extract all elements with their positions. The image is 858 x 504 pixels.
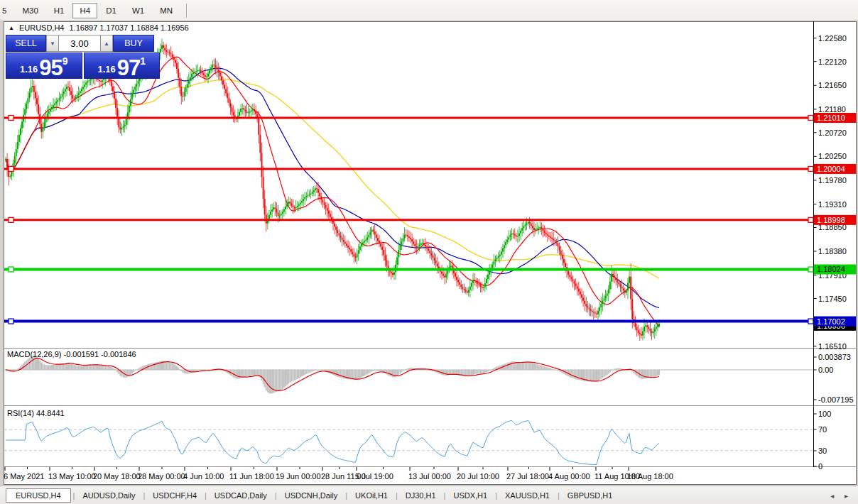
chart-tab-usdchf[interactable]: USDCHF,H4: [146, 489, 204, 502]
buy-price-pip: 1: [140, 55, 146, 67]
chart-tab-ukoil[interactable]: UKOil,H1: [348, 489, 395, 502]
time-axis-label: 20 May 18:00: [93, 472, 141, 481]
chart-tab-usdcad[interactable]: USDCAD,Daily: [207, 489, 274, 502]
price-axis-label: 1.21650: [818, 81, 847, 89]
volume-input[interactable]: [59, 35, 100, 52]
time-axis-label: 18 Aug 18:00: [627, 472, 673, 481]
hline-price-text: 1.17002: [817, 317, 845, 326]
timeframe-button-m30[interactable]: M30: [15, 3, 45, 18]
time-axis-label: 5 Jul 19:00: [355, 472, 393, 481]
chart-title: ▲EURUSD,H41.16897 1.17037 1.16884 1.1695…: [9, 23, 189, 32]
price-axis-label: 1.20720: [818, 128, 847, 137]
sell-button[interactable]: SELL: [6, 35, 46, 52]
chart-tab-xauusd[interactable]: XAUUSD,H1: [498, 489, 557, 502]
sell-price-prefix: 1.16: [20, 64, 38, 75]
time-axis-label: 6 May 2021: [4, 472, 44, 481]
hline-handle[interactable]: [808, 166, 813, 171]
sell-price-pip: 9: [63, 55, 68, 67]
hline-handle[interactable]: [9, 166, 13, 171]
rsi-axis-label: 30: [818, 447, 827, 455]
buy-button[interactable]: BUY: [113, 35, 154, 52]
timeframe-button-h1[interactable]: H1: [47, 3, 72, 18]
timeframe-toolbar: 5M30H1H4D1W1MN: [0, 0, 858, 21]
buy-price-box[interactable]: 1.16 97 1: [84, 53, 161, 79]
price-axis-label: 1.19780: [818, 176, 847, 185]
macd-axis-label: 0.00: [818, 366, 833, 374]
time-axis-label: 11 Jun 18:00: [229, 472, 274, 481]
hline-price-text: 1.18024: [817, 265, 845, 273]
mt4-terminal: { "toolbar": { "timeframes": ["5","M30",…: [0, 0, 858, 504]
price-axis-label: 1.22580: [818, 34, 847, 43]
rsi-axis-label: 100: [818, 410, 831, 418]
hline-handle[interactable]: [9, 116, 13, 121]
tab-scroll-arrows[interactable]: ◂ ▸: [830, 492, 852, 500]
chart-tab-audusd[interactable]: AUDUSD,Daily: [75, 489, 142, 502]
time-axis-label: 27 Jul 18:00: [506, 472, 549, 481]
hline-handle[interactable]: [9, 319, 13, 324]
hline-handle[interactable]: [808, 319, 813, 324]
macd-axis-label: -0.007195: [818, 395, 854, 404]
chart-tab-eurusd[interactable]: EURUSD,H4: [6, 488, 71, 503]
timeframe-button-h4[interactable]: H4: [72, 3, 97, 18]
chart-symbol-label: EURUSD,H4: [19, 23, 65, 32]
buy-price-big: 97: [117, 58, 140, 77]
price-axis-label: 1.19310: [818, 200, 847, 209]
rsi-axis-label: 0: [818, 462, 822, 471]
rsi-label: RSI(14) 44.8441: [7, 409, 65, 417]
hline-handle[interactable]: [808, 217, 813, 222]
timeframe-button-mn[interactable]: MN: [153, 3, 180, 18]
price-axis-label: 1.18380: [818, 247, 847, 256]
toolbar-separator: [186, 4, 188, 18]
time-axis-label: 4 Jun 10:00: [183, 472, 224, 481]
collapse-panel-icon[interactable]: ▲: [9, 25, 14, 31]
hline-handle[interactable]: [9, 217, 13, 222]
time-axis-label: 20 Jul 10:00: [457, 472, 499, 481]
price-axis-label: 1.20250: [818, 152, 847, 160]
price-axis-label: 1.17450: [818, 295, 847, 303]
chart-ohlc-values: 1.16897 1.17037 1.16884 1.16956: [70, 23, 189, 32]
chart-tabs-bar: EURUSD,H4|AUDUSD,Daily|USDCHF,H4|USDCAD,…: [0, 486, 858, 504]
one-click-trading-panel: SELL ▼ ▲ BUY 1.16 95 9 1.16 97 1: [6, 35, 160, 79]
chart-tab-gbpusd[interactable]: GBPUSD,H1: [560, 489, 620, 502]
chart-tab-usdcnh[interactable]: USDCNH,Daily: [278, 489, 345, 502]
volume-decrease-button[interactable]: ▼: [46, 35, 59, 52]
volume-increase-button[interactable]: ▲: [100, 35, 113, 52]
price-axis-label: 1.16510: [818, 342, 847, 351]
time-axis-label: 19 Jun 00:00: [276, 472, 321, 481]
timeframe-button-d1[interactable]: D1: [99, 3, 124, 18]
sell-price-box[interactable]: 1.16 95 9: [6, 53, 82, 79]
chart-tab-usdx[interactable]: USDX,H1: [446, 489, 494, 502]
time-axis-label: 13 May 10:00: [48, 472, 96, 481]
buy-price-prefix: 1.16: [97, 64, 115, 75]
hline-handle[interactable]: [808, 267, 813, 272]
price-axis-label: 1.22120: [818, 57, 847, 66]
price-axis-label: 1.21180: [818, 105, 846, 114]
time-axis-label: 28 May 00:00: [138, 472, 185, 481]
chart-tab-dj30[interactable]: DJ30,H1: [398, 489, 443, 502]
sell-price-big: 95: [39, 58, 62, 77]
macd-axis-label: 0.003873: [818, 353, 851, 361]
macd-label: MACD(12,26,9) -0.001591 -0.001846: [7, 350, 136, 358]
hline-handle[interactable]: [808, 116, 813, 121]
timeframe-button-5[interactable]: 5: [0, 3, 13, 18]
hline-price-text: 1.20004: [817, 165, 845, 173]
timeframe-button-w1[interactable]: W1: [125, 3, 151, 18]
hline-handle[interactable]: [9, 267, 13, 272]
rsi-axis-label: 70: [818, 425, 827, 434]
time-axis-label: 4 Aug 00:00: [548, 472, 590, 481]
hline-price-text: 1.21010: [817, 114, 845, 122]
hline-price-text: 1.18998: [817, 216, 845, 224]
time-axis-label: 13 Jul 00:00: [408, 472, 451, 481]
